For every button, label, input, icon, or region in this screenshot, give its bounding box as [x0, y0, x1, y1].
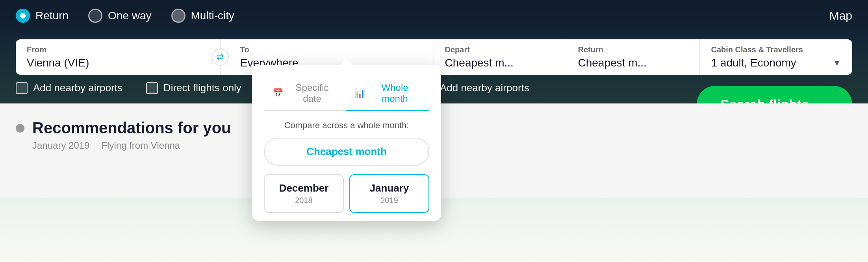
calendar-icon: 📅 — [273, 88, 283, 98]
direct-flights-checkbox[interactable]: Direct flights only — [146, 82, 241, 94]
to-nearby-label: Add nearby airports — [440, 82, 529, 94]
cabin-dropdown-icon: ▼ — [833, 58, 841, 68]
dropdown-arrow — [339, 58, 354, 66]
trip-type-options: Return One way Multi-city — [16, 9, 234, 23]
one-way-option[interactable]: One way — [88, 9, 152, 23]
depart-value: Cheapest m... — [445, 57, 556, 69]
rec-origin: Flying from Vienna — [101, 140, 180, 151]
cabin-inner: 1 adult, Economy ▼ — [711, 57, 841, 69]
specific-date-label: Specific date — [287, 82, 337, 104]
from-field[interactable]: From Vienna (VIE) ⇄ — [16, 39, 220, 75]
return-label: Return — [578, 45, 689, 54]
depart-field[interactable]: Depart Cheapest m... — [434, 39, 567, 75]
return-option[interactable]: Return — [16, 9, 69, 23]
cabin-value: 1 adult, Economy — [711, 57, 796, 69]
chart-icon: 📊 — [354, 88, 365, 98]
date-picker-tabs: 📅 Specific date 📊 Whole month — [264, 77, 429, 111]
return-label: Return — [35, 9, 69, 22]
top-bar: Return One way Multi-city Map — [0, 0, 868, 31]
rec-date: January 2019 — [32, 140, 89, 151]
month-grid: December 2018 January 2019 — [264, 174, 429, 213]
return-radio[interactable] — [16, 9, 30, 23]
january-2019-card[interactable]: January 2019 — [349, 174, 429, 213]
direct-flights-checkbox-box[interactable] — [146, 82, 158, 94]
one-way-label: One way — [108, 9, 152, 22]
december-2018-card[interactable]: December 2018 — [264, 174, 344, 213]
recommendations-title: Recommendations for you — [32, 119, 231, 137]
whole-month-label: Whole month — [369, 82, 421, 104]
compare-label: Compare across a whole month: — [264, 120, 429, 131]
multi-city-label: Multi-city — [191, 9, 234, 22]
rec-dot — [16, 124, 24, 133]
multi-city-option[interactable]: Multi-city — [171, 9, 234, 23]
return-field[interactable]: Return Cheapest m... — [567, 39, 700, 75]
cheapest-month-button[interactable]: Cheapest month — [264, 138, 429, 166]
swap-button[interactable]: ⇄ — [211, 48, 229, 66]
whole-month-tab[interactable]: 📊 Whole month — [346, 77, 429, 111]
january-name: January — [357, 182, 421, 194]
direct-flights-label: Direct flights only — [163, 82, 241, 94]
from-value: Vienna (VIE) — [27, 57, 209, 69]
return-value: Cheapest m... — [578, 57, 689, 69]
from-nearby-label: Add nearby airports — [33, 82, 122, 94]
from-nearby-checkbox-box[interactable] — [16, 82, 28, 94]
from-nearby-checkbox[interactable]: Add nearby airports — [16, 82, 122, 94]
map-link[interactable]: Map — [829, 9, 852, 22]
multi-city-radio[interactable] — [171, 9, 185, 23]
december-year: 2018 — [272, 196, 336, 205]
january-year: 2019 — [357, 196, 421, 205]
depart-label: Depart — [445, 45, 556, 54]
december-name: December — [272, 182, 336, 194]
one-way-radio[interactable] — [88, 9, 102, 23]
from-label: From — [27, 45, 209, 54]
to-label: To — [240, 45, 423, 54]
date-picker-dropdown: 📅 Specific date 📊 Whole month Compare ac… — [252, 65, 441, 221]
specific-date-tab[interactable]: 📅 Specific date — [264, 77, 346, 111]
cabin-field[interactable]: Cabin Class & Travellers 1 adult, Econom… — [699, 39, 852, 75]
cabin-label: Cabin Class & Travellers — [711, 45, 841, 54]
